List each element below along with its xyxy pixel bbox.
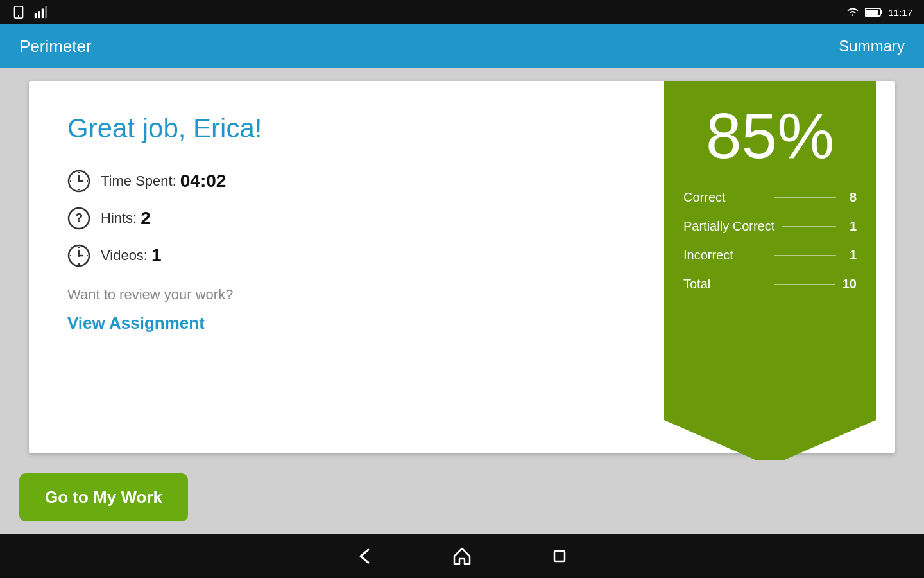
incorrect-label: Incorrect [683,248,767,263]
incorrect-line [774,255,836,256]
status-right: 11:17 [846,6,912,18]
tablet-icon [12,5,26,19]
score-row-incorrect: Incorrect 1 [683,248,857,263]
correct-line [774,197,836,198]
videos-label: Videos: [101,247,148,264]
partially-correct-label: Partially Correct [683,219,774,234]
android-nav-bar [0,534,924,578]
review-prompt: Want to review your work? [67,286,606,303]
score-row-total: Total 10 [683,277,857,292]
signal-icon [33,5,47,19]
score-row-partially-correct: Partially Correct 1 [683,219,857,234]
correct-value: 8 [844,190,857,205]
time-spent-label: Time Spent: [101,173,176,189]
time-spent-row: Time Spent: 04:02 [67,170,606,193]
score-row-correct: Correct 8 [683,190,857,205]
status-bar: 11:17 [0,0,924,24]
svg-rect-8 [880,10,882,14]
hints-value: 2 [141,208,151,229]
correct-label: Correct [683,190,767,205]
partially-correct-line [782,226,836,227]
total-line [774,284,835,285]
svg-point-12 [78,180,80,182]
video-clock-icon [67,244,90,267]
hint-icon: ? [67,207,90,230]
greeting-text: Great job, Erica! [67,113,606,144]
svg-rect-4 [42,9,44,19]
wifi-icon [846,6,860,18]
total-label: Total [683,277,767,292]
content-area: Great job, Erica! Time Spent: 04:02 [0,68,924,460]
svg-text:?: ? [75,211,83,225]
battery-icon [865,7,883,17]
score-rows: Correct 8 Partially Correct 1 Incorrect … [683,190,857,292]
incorrect-value: 1 [844,248,857,263]
clock-icon [67,170,90,193]
svg-rect-2 [35,13,37,18]
go-to-my-work-button[interactable]: Go to My Work [19,473,188,521]
svg-point-22 [78,254,80,257]
card-left: Great job, Erica! Time Spent: 04:02 [29,81,645,365]
time-display: 11:17 [888,7,912,18]
hints-row: ? Hints: 2 [67,207,606,230]
status-icons [12,5,47,19]
bottom-bar: Go to My Work [0,460,924,534]
videos-value: 1 [151,245,162,266]
app-bar: Perimeter Summary [0,24,924,68]
score-percent: 85% [683,100,857,171]
svg-rect-28 [554,551,565,561]
svg-rect-7 [866,10,878,15]
main-card: Great job, Erica! Time Spent: 04:02 [29,81,895,453]
summary-label: Summary [839,37,905,55]
recents-icon[interactable] [549,546,570,566]
hints-label: Hints: [101,210,137,227]
home-icon[interactable] [452,546,472,566]
svg-marker-27 [454,548,470,564]
back-icon[interactable] [354,546,375,566]
app-title: Perimeter [19,37,92,57]
svg-rect-3 [38,11,40,18]
svg-rect-5 [45,6,47,18]
videos-row: Videos: 1 [67,244,606,267]
time-spent-value: 04:02 [180,171,227,191]
view-assignment-link[interactable]: View Assignment [67,313,205,333]
score-banner: 85% Correct 8 Partially Correct 1 Incorr… [664,81,876,460]
partially-correct-value: 1 [844,219,857,234]
total-value: 10 [843,277,857,292]
